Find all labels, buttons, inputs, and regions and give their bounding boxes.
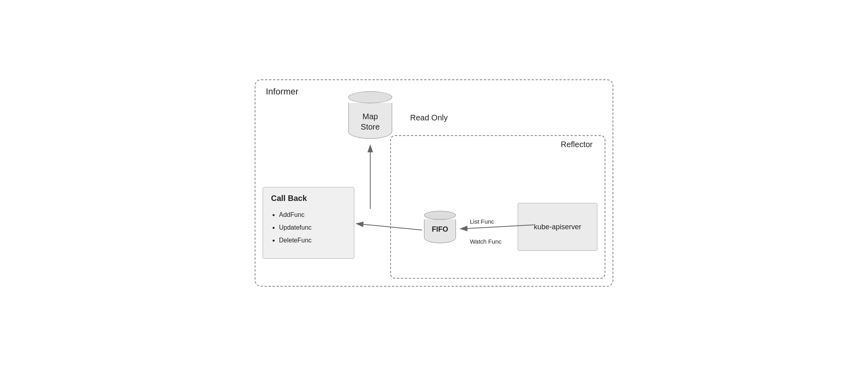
informer-label: Informer — [266, 87, 298, 97]
kube-apiserver-label: kube-apiserver — [534, 223, 581, 231]
diagram-container: Informer Reflector Map Store Read Only C… — [255, 79, 613, 287]
read-only-label: Read Only — [410, 113, 448, 122]
fifo-top — [424, 211, 456, 220]
list-item: DeleteFunc — [279, 234, 346, 247]
reflector-label: Reflector — [561, 140, 593, 149]
list-func-label: List Func — [470, 218, 494, 225]
callback-title: Call Back — [271, 194, 346, 203]
list-item: Updatefunc — [279, 221, 346, 234]
list-item: AddFunc — [279, 209, 346, 221]
map-store: Map Store — [346, 91, 394, 139]
cylinder-top — [348, 91, 392, 103]
fifo-container: FIFO — [422, 211, 458, 251]
callback-box: Call Back AddFunc Updatefunc DeleteFunc — [263, 187, 354, 259]
watch-func-label: Watch Func — [470, 238, 501, 245]
fifo-label: FIFO — [432, 225, 448, 234]
kube-apiserver-box: kube-apiserver — [518, 203, 597, 251]
callback-list: AddFunc Updatefunc DeleteFunc — [271, 209, 346, 247]
map-store-label: Map Store — [361, 111, 380, 132]
